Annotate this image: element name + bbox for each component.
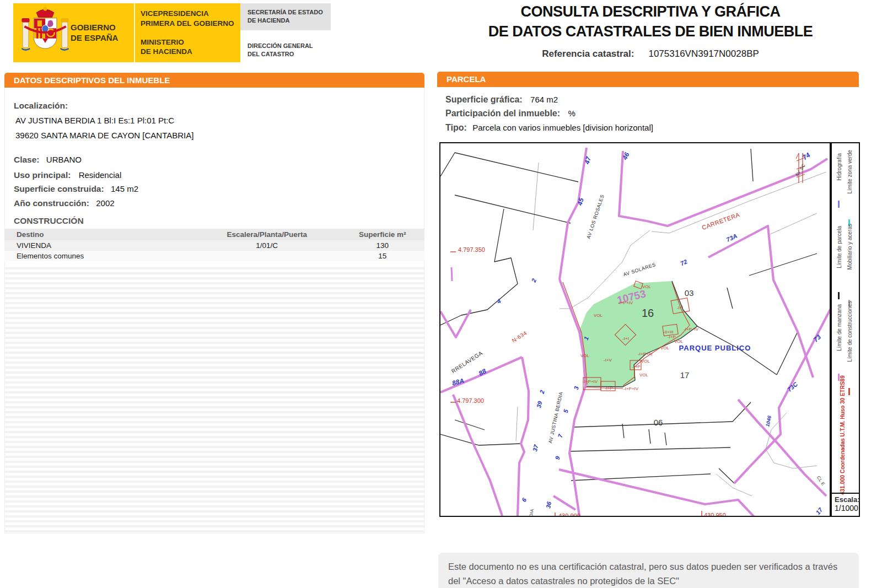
map-label: N-634 (511, 330, 528, 343)
map-line-black (455, 420, 485, 430)
map-label: 4.797.350 (458, 246, 485, 253)
map-label: 7 (557, 433, 564, 439)
title-line1: CONSULTA DESCRIPTIVA Y GRÁFICA (441, 2, 860, 22)
field-clase: Clase: URBANO (14, 155, 82, 165)
map-label: 2 (538, 389, 545, 395)
map-label: CL E (816, 475, 826, 487)
secretaria-line1: SECRETARÍA DE ESTADO (248, 8, 331, 17)
reference-label: Referencia catastral: (542, 48, 634, 59)
map-label: 6 (520, 497, 528, 503)
map-label: CARRETERA (701, 211, 741, 231)
localizacion-label: Localización: (14, 101, 68, 111)
legend-item: Límite zona verde (847, 150, 853, 194)
map-label: VOL (674, 339, 684, 344)
legend-item: Hidrografía (836, 153, 842, 180)
map-legend: 431.000 Coordenadas U.T.M. Huso 30 ETRS8… (831, 142, 860, 517)
section-title-datos-descriptivos: DATOS DESCRIPTIVOS DEL INMUEBLE (4, 73, 424, 88)
map-line-black (649, 429, 650, 444)
map-line-black (727, 288, 733, 309)
map-label: -I+P+IV (623, 386, 639, 391)
map-label: 88A (451, 377, 465, 387)
map-line-red (585, 387, 623, 389)
field-superficie-grafica: Superficie gráfica: 764 m2 (445, 95, 558, 105)
secretaria-estado-block: SECRETARÍA DE ESTADO DE HACIENDA (240, 3, 331, 30)
map-label: 9 (554, 455, 561, 461)
map-label: VOL (580, 353, 590, 358)
utm-coordinates-note: 431.000 Coordenadas U.T.M. Huso 30 ETRS8… (840, 385, 846, 495)
spain-coat-of-arms-block: GOBIERNO DE ESPAÑA (13, 3, 135, 62)
map-line-gray (533, 163, 539, 230)
map-line-magenta (560, 148, 587, 279)
legend-item: Límite de construcciones (847, 301, 853, 362)
map-label: AV LOS ROSALES (585, 194, 605, 240)
legend-item: Mobiliario y aceras (847, 224, 853, 269)
ministerio-line2: DE HACIENDA (141, 47, 234, 57)
map-label: -I+P+IV (583, 379, 598, 384)
address-line2: 39620 SANTA MARIA DE CAYON [CANTABRIA] (15, 131, 193, 140)
vicepresidencia-line2: PRIMERA DEL GOBIERNO (141, 19, 234, 29)
map-line-red (796, 153, 799, 159)
map-label: VOL (639, 373, 649, 377)
map-label: 3 (573, 385, 580, 390)
title-line2: DE DATOS CATASTRALES DE BIEN INMUEBLE (441, 22, 860, 42)
map-label: -I+P+IV (684, 327, 699, 332)
map-label: 2 (530, 278, 537, 284)
section-title-parcela: PARCELA (437, 72, 859, 87)
gov-name-line1: GOBIERNO (71, 23, 118, 33)
spain-coat-of-arms-icon (20, 6, 71, 61)
map-line-magenta (734, 467, 749, 483)
cadastral-map-svg: 4746457473A727373C8888A12432395737963617… (440, 143, 830, 516)
map-line-gray (652, 172, 826, 233)
col-escalera: Escalera/Planta/Puerta (193, 229, 341, 240)
secretaria-line2: DE HACIENDA (248, 17, 331, 25)
map-line-magenta (619, 151, 647, 221)
map-line-magenta (553, 496, 576, 510)
map-line-gray (516, 407, 518, 441)
map-label: 37 (531, 444, 540, 452)
map-label: VOL (641, 359, 650, 364)
document-title: CONSULTA DESCRIPTIVA Y GRÁFICA DE DATOS … (441, 2, 860, 42)
government-logo-banner: GOBIERNO DE ESPAÑA VICEPRESIDENCIA PRIME… (13, 3, 240, 62)
disclaimer-note: Este documento no es una certificación c… (438, 553, 859, 588)
ministry-block: VICEPRESIDENCIA PRIMERA DEL GOBIERNO MIN… (135, 9, 234, 56)
map-label: 1046 (765, 415, 772, 428)
ministerio-line1: MINISTERIO (141, 37, 234, 47)
cadastral-map: 4746457473A727373C8888A12432395737963617… (439, 142, 831, 517)
scale-box: Escala: 1/1000 (832, 493, 859, 516)
map-line-magenta (451, 267, 452, 281)
map-label: 03 (685, 288, 694, 298)
cadastral-document-page: GOBIERNO DE ESPAÑA VICEPRESIDENCIA PRIME… (0, 0, 882, 588)
direccion-general-block: DIRECCIÓN GENERAL DEL CATASTRO (248, 42, 341, 58)
vicepresidencia-line1: VICEPRESIDENCIA (141, 9, 234, 19)
map-label: VOL (660, 346, 670, 350)
field-participacion: Participación del inmueble: % (445, 109, 576, 118)
map-label: -I+P (632, 364, 641, 369)
map-label: DIA (529, 508, 535, 516)
map-label: 16 (642, 307, 654, 319)
escala-label: Escala: (835, 495, 856, 504)
map-label: 4.797.300 (457, 397, 484, 404)
map-label: -II+III (663, 330, 673, 335)
map-line-magenta (453, 395, 502, 516)
map-label: 4 (495, 298, 502, 305)
address-line1: AV JUSTINA BERDIA 1 Bl:I Es:1 Pl:01 Pt:C (15, 116, 174, 125)
field-ano-construccion: Año construcción: 2002 (14, 198, 115, 208)
map-label: -I+V (604, 358, 612, 363)
legend-swatch (838, 374, 840, 381)
map-label: VOL (594, 313, 603, 318)
map-label: -I+P+IV (618, 300, 633, 305)
map-label: PARQUE PUBLICO (679, 344, 751, 352)
table-header-row: Destino Escalera/Planta/Puerta Superfici… (4, 229, 424, 240)
col-superficie: Superficie m² (341, 229, 424, 240)
map-label: 430.950 (704, 512, 726, 516)
table-row: Elementos comunes 15 (4, 251, 424, 261)
legend-swatch (838, 201, 840, 208)
construccion-title: CONSTRUCCIÓN (14, 216, 84, 226)
map-line-black (455, 195, 571, 223)
map-line-black (440, 153, 578, 182)
map-line-magenta (738, 400, 826, 496)
reference-value: 1075316VN3917N0028BP (648, 48, 759, 59)
map-line-black (622, 424, 624, 438)
map-line-black (440, 209, 518, 325)
map-label: 36 (545, 500, 552, 509)
